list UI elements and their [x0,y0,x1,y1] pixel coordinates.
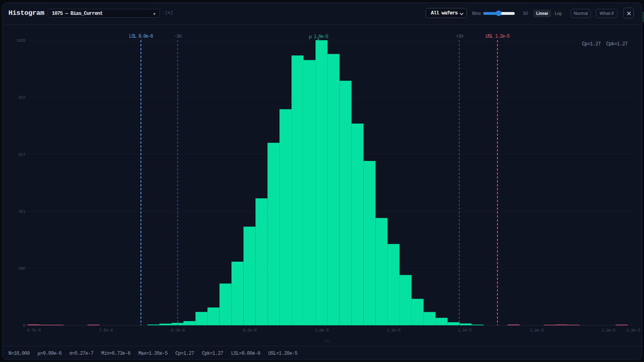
svg-text:7.5e-6: 7.5e-6 [99,328,113,333]
svg-text:9.2e-6: 9.2e-6 [243,328,257,333]
svg-text:-3σ: -3σ [174,34,182,39]
svg-text:6.7e-6: 6.7e-6 [27,328,41,333]
svg-text:[A]: [A] [324,339,330,342]
svg-text:1.3e-5: 1.3e-5 [626,328,640,333]
svg-text:Cpk=1.27: Cpk=1.27 [606,41,628,47]
svg-text:822: 822 [18,95,25,100]
svg-text:1.2e-5: 1.2e-5 [530,328,544,333]
svg-text:+3σ: +3σ [456,34,464,39]
svg-text:Cp=1.27: Cp=1.27 [582,41,601,47]
svg-text:8.3e-6: 8.3e-6 [171,328,185,333]
svg-text:1.0e-5: 1.0e-5 [315,328,329,333]
svg-text:1.2e-5: 1.2e-5 [458,328,472,333]
svg-text:617: 617 [18,152,25,157]
svg-text:411: 411 [18,209,26,214]
svg-text:1.3e-5: 1.3e-5 [601,328,615,333]
svg-text:1028: 1028 [16,38,25,43]
svg-text:USL 1.2e-5: USL 1.2e-5 [485,34,509,39]
svg-text:206: 206 [18,266,25,271]
svg-text:0: 0 [23,323,25,328]
svg-text:LSL 8.0e-6: LSL 8.0e-6 [129,34,153,39]
svg-text:1.1e-5: 1.1e-5 [387,328,401,333]
svg-text:μ 1.0e-5: μ 1.0e-5 [309,34,328,40]
